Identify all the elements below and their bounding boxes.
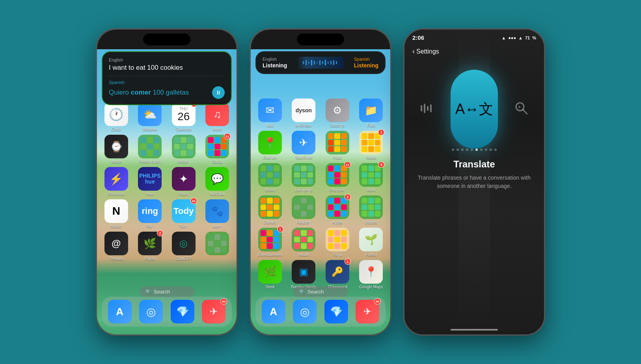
search-bar-left[interactable]: 🔍 Search <box>139 286 194 297</box>
app-notion[interactable]: N Notion <box>101 199 132 228</box>
app-folder-extra[interactable] <box>202 232 233 261</box>
dock-spark[interactable]: ✈ 90 <box>199 300 229 323</box>
app-shopping-label: Shopping <box>329 188 346 192</box>
files-icon: 📁 <box>359 98 383 122</box>
app-calendar[interactable]: THU 26 1 Calendar <box>168 102 199 132</box>
app-threads[interactable]: @ Threads <box>101 232 132 261</box>
app-planta[interactable]: 🌿 2 Planta <box>135 232 166 261</box>
svg-rect-2 <box>308 61 309 64</box>
svg-line-18 <box>523 110 527 114</box>
dot-8 <box>485 149 487 151</box>
svg-rect-12 <box>336 61 337 64</box>
1password-icon: 🔑 1 <box>326 260 349 284</box>
app-findmy[interactable]: 📍 Find My <box>255 131 285 160</box>
back-nav[interactable]: ‹ Settings <box>404 44 544 62</box>
app-watch[interactable]: ⌚ Watch <box>101 135 132 164</box>
app-shopping[interactable]: 12 Shopping <box>322 163 353 192</box>
planta-icon: 🌿 2 <box>138 232 162 255</box>
app-googlemaps-label: Google Maps <box>360 285 383 289</box>
settings-icon: ⚙ <box>326 98 349 122</box>
app-mydyson-label: MyDyson <box>295 123 312 128</box>
app-1password[interactable]: 🔑 1 1Password <box>322 260 353 289</box>
app-reading[interactable]: Reading <box>289 195 319 225</box>
app-forest[interactable]: 🌱 Forest <box>356 228 387 257</box>
dock-appstore[interactable]: A <box>105 300 135 323</box>
app-food[interactable]: Food <box>322 131 353 160</box>
app-calendar-label: Calendar <box>175 127 192 132</box>
app-writing[interactable]: Writing <box>168 135 199 164</box>
listen-english-status: Listening <box>263 62 287 69</box>
app-avery[interactable]: 🐾 Avery <box>202 199 233 228</box>
dock-mid: A ◎ 💎 ✈ 90 <box>255 297 386 327</box>
bambu-icon: ▣ <box>292 260 315 284</box>
app-chatgpt-label: ChatGPT <box>175 256 192 261</box>
svg-rect-10 <box>330 61 332 65</box>
app-grid-mid: ✉ Mail dyson MyDyson ⚙ Settings 📁 Files … <box>255 98 386 289</box>
dock-mid-dropbox[interactable]: 💎 <box>321 300 351 323</box>
app-shortcuts[interactable]: ⚡ Shortcuts <box>101 167 132 196</box>
listening-header: English Listening <box>255 51 386 74</box>
app-apple-label: Apple <box>332 220 343 225</box>
app-noise[interactable]: Noise <box>255 163 285 192</box>
translate-pill[interactable]: A↔文 <box>451 70 498 149</box>
app-seek[interactable]: 🌿 Seek <box>255 260 285 289</box>
app-yoga[interactable]: Yoga <box>322 228 353 257</box>
battery-icon: % <box>532 35 536 40</box>
app-photography[interactable]: Photography <box>135 135 166 164</box>
dot-6-active <box>475 149 478 151</box>
app-testflight[interactable]: ✈ TestFlight <box>289 131 319 160</box>
app-tody[interactable]: Tody 26 Tody <box>168 199 199 228</box>
dock-mid-spark[interactable]: ✈ 90 <box>353 300 383 323</box>
dot-3 <box>461 149 464 151</box>
phone-right: 2:06 ▲ ●●● ▲ 71 % ‹ Settings <box>403 28 545 336</box>
dock-mid-appstore[interactable]: A <box>259 300 289 323</box>
app-home-label: Home <box>366 156 376 160</box>
extra-folder-icon <box>205 232 229 255</box>
app-ring-label: Ring <box>146 224 154 228</box>
app-hue-label: Hue <box>146 192 153 196</box>
app-bambu[interactable]: ▣ Bambu Handy <box>289 260 319 289</box>
dot-4 <box>466 149 468 151</box>
dock-safari[interactable]: ◎ <box>136 300 166 323</box>
app-home[interactable]: 1 Home <box>356 131 387 160</box>
app-wechat[interactable]: 💬 WeChat <box>202 167 233 196</box>
dock-dropbox[interactable]: 💎 <box>168 300 198 323</box>
translate-english-label: English <box>109 58 225 62</box>
listen-spanish-col: Spanish Listening <box>354 57 378 69</box>
app-mail[interactable]: ✉ Mail <box>255 98 285 128</box>
dock-mid-safari[interactable]: ◎ <box>290 300 320 323</box>
translate-feature-desc: Translate phrases or have a conversation… <box>416 174 532 190</box>
dock-mid-dropbox-icon: 💎 <box>324 300 348 323</box>
app-slack[interactable]: ✦ Slack <box>168 167 199 196</box>
watch-icon: ⌚ <box>104 135 128 158</box>
search-bar-mid[interactable]: 🔍 Search <box>293 286 348 297</box>
app-files[interactable]: 📁 Files <box>356 98 387 128</box>
app-googlemaps[interactable]: 📍 Google Maps <box>356 260 387 289</box>
location-icon: ▲ <box>501 35 506 40</box>
pause-button[interactable]: ⏸ <box>212 86 225 99</box>
app-music[interactable]: ♫ Music <box>202 102 233 132</box>
app-mail-label: Mail <box>266 123 274 128</box>
app-work[interactable]: 5 Work <box>356 163 387 192</box>
app-entertainment[interactable]: 1 Entertainment <box>255 228 285 257</box>
app-games[interactable]: Games <box>255 195 285 225</box>
listen-english-lang: English <box>263 57 287 61</box>
app-social[interactable]: 21 Social <box>202 135 233 164</box>
signal-icon: ●●● <box>508 35 516 40</box>
app-language[interactable]: Language <box>289 163 319 192</box>
app-utilities-label: Utilities <box>365 220 377 225</box>
dock-mid-safari-icon: ◎ <box>293 300 317 323</box>
app-utilities[interactable]: Utilities <box>356 195 387 225</box>
hue-icon: PHILIPShue <box>138 167 162 191</box>
app-ring[interactable]: ring Ring <box>135 199 166 228</box>
app-apple[interactable]: 3 Apple <box>322 195 353 225</box>
app-hue[interactable]: PHILIPShue Hue <box>135 167 166 196</box>
app-chatgpt[interactable]: ◎ ChatGPT <box>168 232 199 261</box>
phone-left: English I want to eat 100 cookies Spanis… <box>96 28 238 336</box>
app-settings[interactable]: ⚙ Settings <box>322 98 353 128</box>
app-clock[interactable]: 🕐 Clock <box>101 102 132 132</box>
app-weather[interactable]: ⛅ Weather <box>135 102 166 132</box>
app-health[interactable]: Health <box>289 228 319 257</box>
tody-icon: Tody 26 <box>172 199 196 223</box>
app-mydyson[interactable]: dyson MyDyson <box>289 98 319 128</box>
